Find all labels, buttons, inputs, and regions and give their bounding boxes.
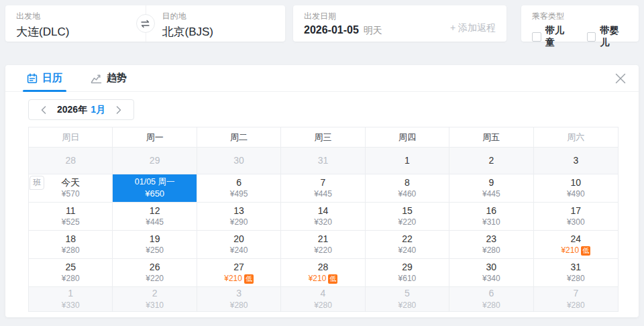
calendar-cell[interactable]: 2 xyxy=(449,148,533,174)
low-price-calendar-panel: 日历 趋势 2026年 1月 xyxy=(5,65,639,317)
calendar-cell[interactable]: 22¥240 xyxy=(366,231,449,259)
day-label: 20 xyxy=(233,233,244,246)
calendar-cell[interactable]: 18¥280 xyxy=(29,231,113,259)
day-label: 16 xyxy=(486,205,497,217)
prev-month-button[interactable] xyxy=(38,103,49,117)
calendar-cell[interactable]: 3¥280 xyxy=(197,287,281,311)
price-calendar: 周日周一周二周三周四周五周六 28293031123今天¥57001/05 周一… xyxy=(28,127,619,312)
calendar-row: 今天¥57001/05 周一¥6506¥4957¥4458¥4609¥44510… xyxy=(29,174,618,203)
calendar-cell[interactable]: 7¥280 xyxy=(534,287,618,311)
day-label: 11 xyxy=(66,205,76,217)
calendar-cell[interactable]: 31¥280 xyxy=(534,259,618,287)
calendar-cell[interactable]: 8¥460 xyxy=(366,174,449,203)
passenger-type-label: 乘客类型 xyxy=(532,11,628,22)
calendar-cell[interactable]: 2¥310 xyxy=(113,287,197,311)
price-label: ¥310 xyxy=(482,217,500,227)
calendar-cell[interactable]: 6¥495 xyxy=(197,174,281,203)
price-label: ¥280 xyxy=(482,246,500,256)
calendar-cell[interactable]: 30¥340 xyxy=(449,259,533,287)
price-label: ¥280 xyxy=(230,301,248,311)
price-label: ¥280 xyxy=(567,274,585,284)
calendar-cell[interactable]: 16¥310 xyxy=(449,203,533,231)
tab-calendar[interactable]: 日历 xyxy=(27,65,62,91)
children-checkbox[interactable] xyxy=(532,32,541,42)
calendar-cell[interactable]: 28 xyxy=(29,148,113,174)
calendar-cell[interactable]: 14¥320 xyxy=(281,203,365,231)
day-label: 15 xyxy=(402,205,413,217)
day-label: 22 xyxy=(402,233,413,246)
calendar-cell[interactable]: 4¥280 xyxy=(281,287,365,311)
calendar-cell[interactable]: 25¥280 xyxy=(29,259,113,287)
weekday-header: 周日 xyxy=(29,127,113,148)
day-label: 18 xyxy=(65,233,76,246)
calendar-cell[interactable]: 23¥280 xyxy=(449,231,533,259)
calendar-cell[interactable]: 1¥330 xyxy=(29,287,113,311)
add-return-button[interactable]: + 添加返程 xyxy=(450,22,496,34)
month-nav-year: 2026年 xyxy=(57,104,87,116)
calendar-cell[interactable]: 13¥290 xyxy=(197,203,281,231)
calendar-cell[interactable]: 5¥280 xyxy=(366,287,449,311)
price-label: ¥445 xyxy=(314,189,332,199)
to-value[interactable]: 北京(BJS) xyxy=(162,24,275,40)
price-label: ¥280 xyxy=(482,301,500,311)
calendar-cell[interactable]: 7¥445 xyxy=(281,174,365,203)
calendar-cell[interactable]: 29 xyxy=(113,148,197,174)
month-nav: 2026年 1月 xyxy=(28,99,134,120)
low-price-badge: 低 xyxy=(581,246,590,256)
with-children-option[interactable]: 带儿童 xyxy=(532,25,574,49)
tab-trend[interactable]: 趋势 xyxy=(91,65,127,91)
depart-date-value[interactable]: 2026-01-05 xyxy=(304,24,359,36)
calendar-cell[interactable]: 10¥490 xyxy=(534,174,618,203)
infant-checkbox[interactable] xyxy=(587,32,596,42)
to-field[interactable]: 目的地 北京(BJS) xyxy=(140,5,286,42)
day-label: 3 xyxy=(573,155,578,167)
day-label: 1 xyxy=(68,288,73,300)
calendar-cell[interactable]: 1 xyxy=(366,148,449,174)
day-label: 23 xyxy=(486,233,497,246)
price-label: ¥280 xyxy=(62,274,80,284)
day-label: 3 xyxy=(236,288,241,300)
day-label: 8 xyxy=(405,177,410,189)
calendar-cell[interactable]: 19¥250 xyxy=(113,231,197,259)
calendar-cell[interactable]: 30 xyxy=(197,148,281,174)
close-icon[interactable] xyxy=(614,72,627,85)
month-nav-month: 1月 xyxy=(91,104,105,116)
calendar-cell[interactable]: 20¥240 xyxy=(197,231,281,259)
from-field[interactable]: 出发地 大连(DLC) xyxy=(5,5,140,42)
next-month-button[interactable] xyxy=(113,103,124,117)
price-label: ¥300 xyxy=(567,217,585,227)
calendar-cell[interactable]: 6¥280 xyxy=(449,287,533,311)
calendar-cell[interactable]: 27¥210低 xyxy=(197,259,281,287)
day-label: 9 xyxy=(488,177,494,189)
calendar-cell[interactable]: 31 xyxy=(281,148,365,174)
swap-button[interactable] xyxy=(136,14,155,33)
calendar-cell[interactable]: 15¥220 xyxy=(366,203,449,231)
day-label: 28 xyxy=(65,155,76,167)
calendar-cell[interactable]: 26¥220 xyxy=(113,259,197,287)
from-value[interactable]: 大连(DLC) xyxy=(16,24,129,40)
calendar-cell[interactable]: 11¥525 xyxy=(29,203,113,231)
weekday-header: 周四 xyxy=(366,127,449,148)
price-label: ¥610 xyxy=(398,274,417,284)
calendar-cell[interactable]: 3 xyxy=(534,148,618,174)
depart-date-field[interactable]: 出发日期 2026-01-05 明天 xyxy=(304,11,382,42)
weekday-header: 周二 xyxy=(197,127,281,148)
calendar-cell[interactable]: 17¥300 xyxy=(534,203,618,231)
from-label: 出发地 xyxy=(16,11,129,22)
calendar-cell[interactable]: 21¥220 xyxy=(281,231,365,259)
calendar-cell[interactable]: 28¥210低 xyxy=(281,259,365,287)
with-infant-option[interactable]: 带婴儿 xyxy=(587,25,629,49)
day-label: 5 xyxy=(405,288,410,300)
flight-tag: 班 xyxy=(30,176,44,190)
calendar-cell[interactable]: 24¥210低 xyxy=(534,231,618,259)
day-label: 今天 xyxy=(61,177,80,189)
calendar-cell[interactable]: 29¥610 xyxy=(366,259,449,287)
calendar-cell[interactable]: 9¥445 xyxy=(449,174,533,203)
price-label: ¥330 xyxy=(62,301,80,311)
calendar-cell[interactable]: 01/05 周一¥650 xyxy=(113,174,197,203)
day-label: 31 xyxy=(318,155,329,167)
calendar-cell[interactable]: 12¥445 xyxy=(113,203,197,231)
day-label: 31 xyxy=(570,262,581,274)
depart-date-hint: 明天 xyxy=(364,25,382,37)
price-label: ¥280 xyxy=(314,301,332,311)
